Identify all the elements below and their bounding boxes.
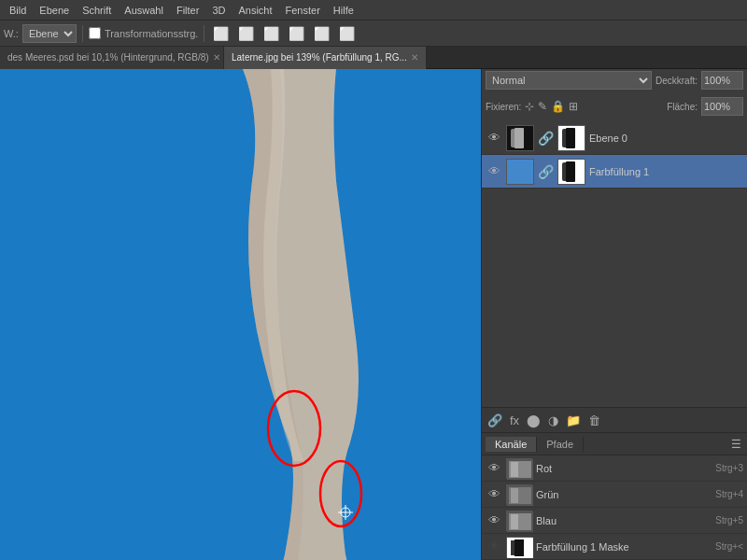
menu-ansicht[interactable]: Ansicht <box>233 3 277 18</box>
channel-thumb-rot <box>506 458 532 479</box>
menu-auswahl[interactable]: Auswahl <box>119 3 169 18</box>
blend-mode-select[interactable]: Normal Multiplizieren Bildschirm <box>486 71 652 90</box>
opacity-input[interactable] <box>701 71 743 90</box>
toolbar-sep-1 <box>82 25 83 42</box>
svg-rect-19 <box>511 462 518 477</box>
channel-thumb-blau <box>506 511 532 531</box>
channel-name-farbmaske: Farbfüllung 1 Maske <box>536 541 712 553</box>
kanale-tab-pfade[interactable]: Pfade <box>537 437 584 452</box>
channel-thumb-gruen <box>506 484 532 505</box>
layer-mask-ebene0 <box>557 125 585 151</box>
toolbar-sep-2 <box>204 25 204 42</box>
panel-folder-icon[interactable]: 📁 <box>564 412 583 429</box>
svg-rect-13 <box>509 161 531 182</box>
channel-shortcut-rot: Strg+3 <box>715 463 743 473</box>
toolbar-icon-6[interactable]: ⬜ <box>336 24 358 43</box>
layer-chain-farbfuellung: 🔗 <box>538 164 554 179</box>
fix-icons: ⊹ ✎ 🔒 ⊞ <box>525 100 578 113</box>
fix-row: Fixieren: ⊹ ✎ 🔒 ⊞ Fläche: <box>482 95 747 118</box>
toolbar-tool-label: W.: <box>4 28 19 39</box>
tab-laterne[interactable]: Laterne.jpg bei 139% (Farbfüllung 1, RG.… <box>224 47 427 69</box>
svg-rect-0 <box>0 69 481 560</box>
channel-item-gruen[interactable]: 👁 Grün Strg+4 <box>482 482 747 508</box>
channel-shortcut-gruen: Strg+4 <box>715 489 743 499</box>
menu-filter[interactable]: Filter <box>171 3 204 18</box>
menu-3d[interactable]: 3D <box>206 3 231 18</box>
menu-schrift[interactable]: Schrift <box>77 3 117 18</box>
flaeche-label: Fläche: <box>667 102 698 112</box>
panel-circle-icon[interactable]: ⬤ <box>525 412 543 429</box>
toolbar-icon-5[interactable]: ⬜ <box>311 24 332 43</box>
svg-rect-8 <box>514 128 524 148</box>
channel-item-farbmaske[interactable]: 👁 Farbfüllung 1 Maske Strg+< <box>482 534 747 560</box>
channel-name-rot: Rot <box>536 463 712 474</box>
svg-rect-25 <box>511 514 518 529</box>
channel-name-gruen: Grün <box>536 489 712 500</box>
layer-chain-ebene0: 🔗 <box>538 131 554 146</box>
toolbar-icon-1[interactable]: ⬜ <box>210 24 232 43</box>
transform-checkbox[interactable] <box>89 27 101 39</box>
svg-rect-11 <box>566 128 575 148</box>
kanale-tabs: Kanäle Pfade ☰ <box>482 433 747 455</box>
kanale-menu-icon[interactable]: ☰ <box>726 438 747 451</box>
main-layout: Normal Multiplizieren Bildschirm Deckkra… <box>0 69 747 560</box>
fix-label: Fixieren: <box>486 102 521 112</box>
channel-visibility-rot[interactable]: 👁 <box>486 461 502 475</box>
tab-laterne-label: Laterne.jpg bei 139% (Farbfüllung 1, RG.… <box>232 52 407 63</box>
svg-rect-22 <box>511 488 518 503</box>
menu-fenster[interactable]: Fenster <box>280 3 326 18</box>
channel-visibility-blau[interactable]: 👁 <box>486 513 502 527</box>
tab-meeres-label: des Meeres.psd bei 10,1% (Hintergrund, R… <box>7 52 209 63</box>
panel-toolbar: 🔗 fx ⬤ ◑ 📁 🗑 <box>482 407 747 433</box>
tab-laterne-close[interactable]: ✕ <box>411 52 418 63</box>
layer-visibility-farbfuellung[interactable]: 👁 <box>486 164 502 178</box>
menu-hilfe[interactable]: Hilfe <box>328 3 359 18</box>
fix-icon-move[interactable]: ⊹ <box>525 100 534 113</box>
panel-halfcircle-icon[interactable]: ◑ <box>546 412 560 429</box>
canvas-svg <box>0 69 481 560</box>
layer-item-ebene0[interactable]: 👁 🔗 Ebene 0 <box>482 121 747 155</box>
layer-thumb-farbfuellung <box>506 159 534 185</box>
opacity-label: Deckkraft: <box>655 76 698 86</box>
blend-row: Normal Multiplizieren Bildschirm Deckkra… <box>482 69 747 91</box>
channel-item-blau[interactable]: 👁 Blau Strg+5 <box>482 508 747 534</box>
layer-mask-farbfuellung <box>557 159 585 185</box>
menu-ebene[interactable]: Ebene <box>34 3 75 18</box>
layer-thumb-ebene0 <box>506 125 534 151</box>
fix-icon-artboard[interactable]: ⊞ <box>569 100 578 113</box>
menu-bar: Bild Ebene Schrift Auswahl Filter 3D Ans… <box>0 0 747 21</box>
toolbar-icon-4[interactable]: ⬜ <box>286 24 307 43</box>
layer-name-ebene0: Ebene 0 <box>589 133 743 144</box>
channel-thumb-farbmaske <box>506 537 532 557</box>
tab-meeres[interactable]: des Meeres.psd bei 10,1% (Hintergrund, R… <box>0 47 224 69</box>
transform-label: Transformationsstrg. <box>105 28 198 39</box>
svg-rect-16 <box>566 161 575 182</box>
fix-icon-brush[interactable]: ✎ <box>538 100 547 113</box>
channel-shortcut-blau: Strg+5 <box>715 515 743 525</box>
channel-visibility-gruen[interactable]: 👁 <box>486 487 502 501</box>
toolbar-icon-3[interactable]: ⬜ <box>261 24 282 43</box>
toolbar-icon-2[interactable]: ⬜ <box>235 24 257 43</box>
layer-item-farbfuellung[interactable]: 👁 🔗 Farbfüllung 1 <box>482 155 747 189</box>
flaeche-input[interactable] <box>701 97 743 116</box>
canvas-area[interactable] <box>0 69 481 560</box>
panel-link-icon[interactable]: 🔗 <box>486 412 504 429</box>
fix-icon-lock[interactable]: 🔒 <box>551 100 565 113</box>
panel-fx-icon[interactable]: fx <box>508 412 521 429</box>
svg-rect-28 <box>514 539 524 556</box>
tab-meeres-close[interactable]: ✕ <box>213 52 220 63</box>
kanale-tab-kanale[interactable]: Kanäle <box>486 437 537 452</box>
channel-item-rot[interactable]: 👁 Rot Strg+3 <box>482 455 747 482</box>
channel-name-blau: Blau <box>536 515 712 526</box>
menu-bild[interactable]: Bild <box>4 3 32 18</box>
toolbar-bar: W.: Ebene Transformationsstrg. ⬜ ⬜ ⬜ ⬜ ⬜… <box>0 21 747 47</box>
layers-empty-area <box>482 189 747 407</box>
toolbar-tool-select[interactable]: Ebene <box>22 24 77 43</box>
layer-visibility-ebene0[interactable]: 👁 <box>486 131 502 145</box>
channel-visibility-farbmaske[interactable]: 👁 <box>486 539 502 553</box>
tab-bar: des Meeres.psd bei 10,1% (Hintergrund, R… <box>0 47 747 69</box>
right-panel: Normal Multiplizieren Bildschirm Deckkra… <box>481 69 747 560</box>
layer-name-farbfuellung: Farbfüllung 1 <box>589 166 743 177</box>
channel-shortcut-farbmaske: Strg+< <box>715 541 743 552</box>
panel-trash-icon[interactable]: 🗑 <box>586 412 602 429</box>
